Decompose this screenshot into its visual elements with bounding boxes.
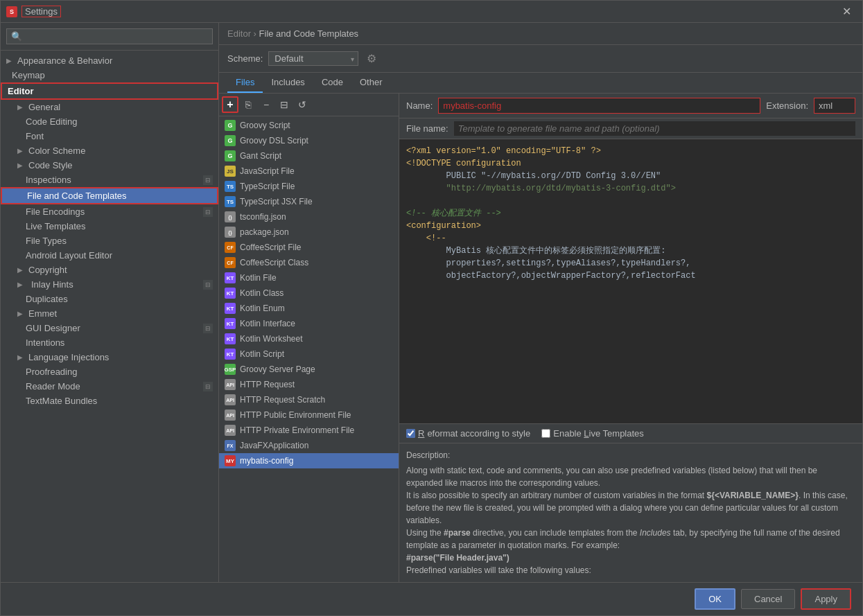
list-item[interactable]: API HTTP Private Environment File [219,423,399,438]
name-label: Name: [406,100,433,111]
sidebar-item-label: Inspections [26,175,71,185]
template-name: mybatis-config [240,456,293,466]
list-item[interactable]: API HTTP Request [219,377,399,392]
sidebar-item-android-layout-editor[interactable]: Android Layout Editor [1,248,218,263]
live-templates-checkbox[interactable] [541,429,550,438]
sidebar-item-textmate-bundles[interactable]: TextMate Bundles [1,394,218,408]
filename-row: File name: [399,118,862,139]
sidebar-item-label: GUI Designer [26,323,80,333]
expand-arrow: ▶ [17,353,26,361]
template-icon: API [225,410,236,421]
list-item[interactable]: G Groovy DSL Script [219,133,399,148]
sidebar-item-intentions[interactable]: Intentions [1,335,218,350]
list-item[interactable]: KT Kotlin Interface [219,316,399,331]
sidebar-item-label: Emmet [28,308,57,319]
extension-input[interactable] [814,98,855,114]
copy-template-button[interactable]: ⎘ [240,96,256,113]
sidebar-item-file-code-templates[interactable]: File and Code Templates [1,187,218,204]
sidebar-item-editor[interactable]: Editor [1,82,218,100]
list-item[interactable]: TS TypeScript JSX File [219,194,399,209]
list-item[interactable]: JS JavaScript File [219,164,399,179]
sidebar-item-language-injections[interactable]: ▶ Language Injections [1,350,218,364]
list-item[interactable]: CF CoffeeScript Class [219,255,399,270]
code-editor[interactable]: <?xml version="1.0" encoding="UTF-8" ?> … [399,139,862,423]
sidebar-item-copyright[interactable]: ▶ Copyright [1,263,218,277]
tab-code[interactable]: Code [313,73,351,93]
list-item[interactable]: {} tsconfig.json [219,209,399,225]
sidebar-item-inlay-hints[interactable]: ▶ Inlay Hints ⊟ [1,277,218,292]
sidebar-item-proofreading[interactable]: Proofreading [1,364,218,379]
sidebar-item-file-encodings[interactable]: File Encodings ⊟ [1,204,218,219]
list-item[interactable]: KT Kotlin File [219,270,399,285]
list-item[interactable]: KT Kotlin Class [219,285,399,301]
live-templates-label: Enable Live Templates [553,428,644,439]
template-toolbar: + ⎘ − ⊟ ↺ [219,94,399,116]
close-button[interactable]: ✕ [837,5,857,18]
sidebar-item-label: Color Scheme [28,146,85,156]
live-templates-checkbox-label[interactable]: Enable Live Templates [541,428,644,439]
reformat-checkbox-label[interactable]: Reformat according to style [406,428,530,439]
list-item[interactable]: CF CoffeeScript File [219,240,399,255]
list-item[interactable]: KT Kotlin Worksheet [219,331,399,346]
sidebar-item-color-scheme[interactable]: ▶ Color Scheme [1,143,218,158]
apply-button[interactable]: Apply [801,588,851,610]
template-name: JavaScript File [240,166,295,176]
template-area: + ⎘ − ⊟ ↺ G Groovy Script G [219,94,862,582]
sidebar-item-inspections[interactable]: Inspections ⊟ [1,173,218,187]
template-icon: FX [225,440,236,451]
reformat-checkbox[interactable] [406,429,415,438]
sidebar-item-label: Android Layout Editor [26,250,112,261]
list-item[interactable]: {} package.json [219,225,399,240]
tab-other[interactable]: Other [351,73,391,93]
name-input[interactable] [438,98,760,114]
tabs-bar: Files Includes Code Other [219,73,862,94]
sidebar-item-font[interactable]: Font [1,129,218,143]
description-area: Description: Along with static text, cod… [399,443,862,582]
main-content: Editor › File and Code Templates Scheme:… [219,23,862,582]
list-item[interactable]: G Gant Script [219,148,399,164]
sidebar-item-live-templates[interactable]: Live Templates [1,219,218,234]
list-item[interactable]: GSP Groovy Server Page [219,362,399,377]
template-name: JavaFXApplication [240,441,308,450]
template-icon: G [225,150,236,161]
sidebar-item-duplicates[interactable]: Duplicates [1,292,218,306]
remove-template-button[interactable]: − [258,96,274,113]
sidebar-item-appearance[interactable]: ▶ Appearance & Behavior [1,53,218,68]
sidebar-item-gui-designer[interactable]: GUI Designer ⊟ [1,321,218,335]
list-item-selected[interactable]: MY mybatis-config [219,453,399,468]
gear-button[interactable]: ⚙ [364,51,379,67]
list-item[interactable]: API HTTP Request Scratch [219,392,399,407]
list-item[interactable]: KT Kotlin Enum [219,301,399,316]
search-input[interactable] [6,28,213,44]
sidebar-item-emmet[interactable]: ▶ Emmet [1,306,218,321]
expand-arrow: ▶ [17,281,26,288]
name-row: Name: Extension: [399,94,862,118]
sidebar-item-label: Language Injections [28,352,109,362]
list-item[interactable]: TS TypeScript File [219,179,399,194]
code-line: <!DOCTYPE configuration [406,157,855,170]
list-item[interactable]: API HTTP Public Environment File [219,407,399,423]
sidebar-item-code-editing[interactable]: Code Editing [1,114,218,129]
move-template-button[interactable]: ⊟ [276,96,293,113]
sidebar-item-file-types[interactable]: File Types [1,234,218,248]
add-template-button[interactable]: + [222,96,238,113]
list-item[interactable]: G Groovy Script [219,118,399,133]
sidebar-item-label: Intentions [26,337,64,348]
tab-includes[interactable]: Includes [263,73,313,93]
sidebar-item-keymap[interactable]: Keymap [1,68,218,82]
cancel-button[interactable]: Cancel [741,589,795,609]
list-item[interactable]: KT Kotlin Script [219,346,399,362]
sidebar-item-code-style[interactable]: ▶ Code Style [1,158,218,173]
template-name: HTTP Private Environment File [240,425,354,435]
list-item[interactable]: FX JavaFXApplication [219,438,399,453]
tab-files[interactable]: Files [227,73,263,93]
sidebar-item-reader-mode[interactable]: Reader Mode ⊟ [1,379,218,394]
reset-template-button[interactable]: ↺ [294,96,311,113]
template-icon: CF [225,242,236,253]
ok-button[interactable]: OK [695,588,735,610]
sidebar-item-general[interactable]: ▶ General [1,100,218,114]
template-icon: KT [225,349,236,360]
code-line: "http://mybatis.org/dtd/mybatis-3-config… [406,182,855,195]
scheme-select[interactable]: Default Project [268,51,358,66]
filename-input[interactable] [454,121,855,136]
